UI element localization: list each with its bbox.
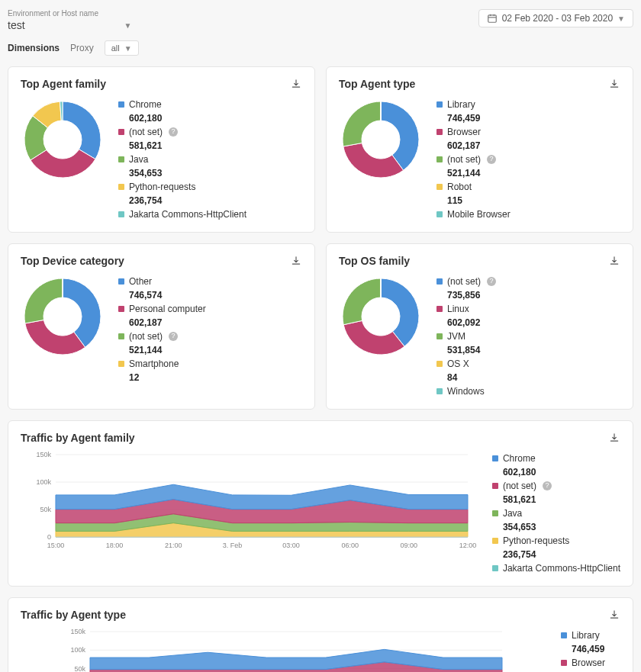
card-agent-family: Top Agent family Chrome602,180(not set)?… bbox=[8, 66, 315, 233]
legend-item[interactable]: Browser bbox=[436, 125, 511, 139]
legend-swatch bbox=[436, 184, 443, 190]
legend-value: 521,144 bbox=[447, 166, 511, 180]
legend-value: 602,187 bbox=[129, 316, 206, 330]
legend-item[interactable]: Python-requests bbox=[118, 180, 246, 194]
download-button[interactable] bbox=[290, 255, 302, 267]
legend-swatch bbox=[118, 333, 124, 339]
legend-swatch bbox=[118, 156, 124, 162]
legend-label: Smartphone bbox=[129, 357, 179, 371]
legend: Library746,459Browser602,187(not set)?52… bbox=[561, 629, 620, 672]
legend-item[interactable]: (not set)? bbox=[436, 275, 496, 288]
download-button[interactable] bbox=[608, 255, 620, 267]
legend-label: (not set) bbox=[503, 479, 536, 493]
svg-text:15:00: 15:00 bbox=[47, 542, 65, 549]
chevron-down-icon: ▼ bbox=[617, 14, 625, 23]
legend-item[interactable]: Personal computer bbox=[118, 302, 206, 316]
legend-item[interactable]: (not set)? bbox=[436, 153, 511, 166]
legend-swatch bbox=[436, 388, 443, 394]
legend-swatch bbox=[436, 129, 443, 135]
legend-item[interactable]: Java bbox=[492, 506, 620, 520]
legend-value: 746,459 bbox=[447, 111, 511, 125]
legend-item[interactable]: Smartphone bbox=[118, 357, 206, 371]
legend-value: 581,621 bbox=[129, 139, 246, 153]
legend-item[interactable]: Other bbox=[118, 275, 206, 288]
svg-text:150k: 150k bbox=[70, 629, 85, 635]
legend-label: Jakarta Commons-HttpClient bbox=[129, 207, 246, 221]
legend-label: Personal computer bbox=[129, 302, 206, 316]
legend-item[interactable]: Library bbox=[561, 629, 620, 642]
help-icon[interactable]: ? bbox=[169, 127, 178, 137]
legend-item[interactable]: Library bbox=[436, 98, 511, 111]
legend-item[interactable]: Robot bbox=[436, 180, 511, 194]
svg-text:100k: 100k bbox=[36, 478, 51, 486]
svg-text:100k: 100k bbox=[70, 646, 85, 654]
legend-swatch bbox=[118, 129, 124, 135]
legend-value: 735,856 bbox=[447, 288, 496, 302]
help-icon[interactable]: ? bbox=[543, 481, 552, 490]
proxy-select[interactable]: all ▼ bbox=[105, 40, 139, 56]
legend-value: 602,187 bbox=[447, 139, 511, 153]
legend-label: Mobile Browser bbox=[447, 207, 511, 221]
download-button[interactable] bbox=[608, 78, 620, 90]
legend-value: 354,653 bbox=[503, 520, 620, 534]
legend-swatch bbox=[436, 211, 443, 217]
filter-bar: Dimensions Proxy all ▼ bbox=[0, 37, 641, 66]
legend-item[interactable]: Linux bbox=[436, 302, 496, 316]
legend-item[interactable]: Java bbox=[118, 153, 246, 166]
legend-label: Library bbox=[447, 98, 475, 111]
svg-text:50k: 50k bbox=[40, 506, 51, 513]
environment-dropdown[interactable]: test ▼ bbox=[8, 18, 131, 33]
legend-label: Windows bbox=[447, 384, 485, 398]
svg-text:0: 0 bbox=[47, 533, 51, 541]
donut-chart-device-category bbox=[21, 275, 105, 359]
area-chart-agent-family: 050k100k150k15:0018:0021:003. Feb03:0006… bbox=[21, 452, 478, 551]
legend-label: Chrome bbox=[129, 98, 162, 111]
legend-label: Java bbox=[129, 153, 148, 166]
legend-item[interactable]: (not set)? bbox=[492, 479, 620, 493]
chevron-down-icon: ▼ bbox=[124, 21, 132, 30]
legend-item[interactable]: JVM bbox=[436, 330, 496, 343]
legend-value: 236,754 bbox=[129, 194, 246, 207]
legend-value: 236,754 bbox=[503, 548, 620, 561]
proxy-value: all bbox=[111, 43, 120, 53]
legend-item[interactable]: Chrome bbox=[118, 98, 246, 111]
legend-item[interactable]: OS X bbox=[436, 357, 496, 371]
svg-text:06:00: 06:00 bbox=[341, 542, 359, 549]
legend-item[interactable]: Jakarta Commons-HttpClient bbox=[492, 561, 620, 575]
svg-text:50k: 50k bbox=[74, 665, 85, 672]
download-icon bbox=[609, 79, 620, 89]
legend-item[interactable]: (not set)? bbox=[118, 330, 206, 343]
legend-item[interactable]: Jakarta Commons-HttpClient bbox=[118, 207, 246, 221]
legend-label: Chrome bbox=[503, 452, 536, 465]
legend-item[interactable]: Chrome bbox=[492, 452, 620, 465]
legend-swatch bbox=[492, 538, 498, 544]
help-icon[interactable]: ? bbox=[487, 277, 496, 286]
legend-value: 602,092 bbox=[447, 316, 496, 330]
legend-swatch bbox=[436, 306, 443, 312]
legend-item[interactable]: Mobile Browser bbox=[436, 207, 511, 221]
date-range-picker[interactable]: 02 Feb 2020 - 03 Feb 2020 ▼ bbox=[478, 9, 633, 27]
download-button[interactable] bbox=[608, 609, 620, 621]
legend-label: Browser bbox=[572, 656, 605, 670]
area-chart-agent-type: 50k100k150k15:0018:0021:003. Feb03:0006:… bbox=[21, 629, 547, 672]
legend-value: 12 bbox=[129, 371, 206, 384]
help-icon[interactable]: ? bbox=[169, 332, 178, 341]
legend-item[interactable]: Browser bbox=[561, 656, 620, 670]
download-button[interactable] bbox=[290, 78, 302, 90]
legend-item[interactable]: Windows bbox=[436, 384, 496, 398]
legend-swatch bbox=[436, 333, 443, 339]
date-range-text: 02 Feb 2020 - 03 Feb 2020 bbox=[502, 13, 613, 24]
legend-label: OS X bbox=[447, 357, 469, 371]
legend-value: 746,574 bbox=[129, 288, 206, 302]
download-button[interactable] bbox=[608, 432, 620, 444]
legend-item[interactable]: (not set)? bbox=[118, 125, 246, 139]
help-icon[interactable]: ? bbox=[487, 155, 496, 164]
dashboard-grid: Top Agent family Chrome602,180(not set)?… bbox=[0, 66, 641, 672]
legend: Other746,574Personal computer602,187(not… bbox=[118, 275, 206, 384]
legend: Chrome602,180(not set)?581,621Java354,65… bbox=[492, 452, 620, 575]
legend-label: Python-requests bbox=[503, 534, 569, 548]
environment-selector[interactable]: Environment or Host name test ▼ bbox=[8, 9, 131, 33]
legend-item[interactable]: Python-requests bbox=[492, 534, 620, 548]
top-bar: Environment or Host name test ▼ 02 Feb 2… bbox=[0, 0, 641, 37]
legend-swatch bbox=[561, 632, 567, 638]
